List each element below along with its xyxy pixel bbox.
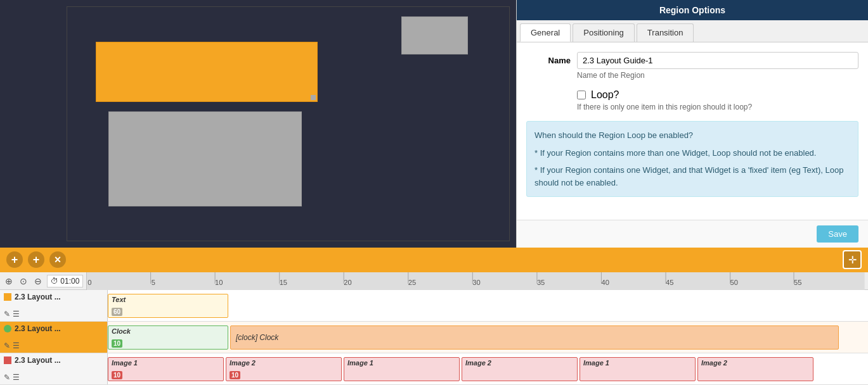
canvas-inner (67, 6, 510, 241)
info-line2: * If your Region contains one Widget, an… (534, 164, 850, 189)
tl-item-label-clock: Clock (112, 327, 131, 335)
loop-label-spacer (526, 89, 577, 93)
list-icon-2[interactable]: ☰ (13, 341, 20, 350)
row-label-1: 2.3 Layout ... ✎ ☰ (0, 290, 108, 321)
row-label-icons-1: ✎ ☰ (4, 310, 103, 319)
svg-text:50: 50 (730, 279, 739, 286)
timeline-header: ⊕ ⊙ ⊖ ⏱ 01:00 0 5 10 15 20 (0, 272, 868, 290)
svg-text:25: 25 (408, 279, 417, 286)
list-item[interactable]: Image 2 (697, 357, 813, 381)
move-button[interactable]: ✛ (843, 250, 862, 269)
list-item[interactable]: Image 1 (580, 357, 696, 381)
tl-img5-label: Image 1 (583, 359, 609, 367)
svg-text:20: 20 (344, 279, 353, 286)
svg-text:15: 15 (280, 279, 288, 286)
region-options-panel: Region Options General Positioning Trans… (516, 0, 868, 248)
tl-img4-label: Image 2 (465, 359, 491, 367)
row-label-2: 2.3 Layout ... ✎ ☰ (0, 322, 108, 353)
svg-text:55: 55 (794, 279, 802, 286)
zoom-in-button[interactable]: ⊕ (3, 276, 15, 286)
loop-info-box: When should the Region Loop be enabled? … (526, 121, 858, 197)
list-icon-3[interactable]: ☰ (13, 373, 20, 382)
row-label-icons-3: ✎ ☰ (4, 373, 103, 382)
timeline-section: ⊕ ⊙ ⊖ ⏱ 01:00 0 5 10 15 20 (0, 272, 868, 385)
timeline-rows: 2.3 Layout ... ✎ ☰ Text 60 (0, 290, 868, 385)
tab-general[interactable]: General (520, 23, 571, 42)
svg-text:30: 30 (473, 279, 481, 286)
tl-item-label: Text (112, 296, 126, 303)
orange-region[interactable] (96, 42, 318, 102)
list-item[interactable]: Image 2 (462, 357, 578, 381)
tl-img1-label: Image 1 (112, 359, 138, 367)
panel-footer: Save (517, 220, 868, 248)
zoom-reset-button[interactable]: ⊙ (18, 276, 29, 286)
ruler: 0 5 10 15 20 25 30 35 40 (86, 272, 865, 290)
row-label-text-3: 2.3 Layout ... (15, 356, 61, 365)
edit-icon-3[interactable]: ✎ (4, 373, 10, 382)
bottom-toolbar: + + × ✛ (0, 248, 868, 272)
svg-text:10: 10 (215, 279, 223, 286)
svg-text:5: 5 (152, 279, 155, 286)
list-item[interactable]: Text 60 (108, 294, 228, 318)
list-item[interactable]: Clock 10 (108, 325, 228, 350)
table-row: 2.3 Layout ... ✎ ☰ Text 60 (0, 290, 868, 322)
top-section: Region Options General Positioning Trans… (0, 0, 868, 248)
info-heading: When should the Region Loop be enabled? (534, 129, 850, 142)
name-control-wrap: Name of the Region (577, 52, 858, 80)
panel-title: Region Options (517, 0, 868, 20)
svg-text:35: 35 (537, 279, 545, 286)
app-container: Region Options General Positioning Trans… (0, 0, 868, 385)
loop-control-wrap: Loop? If there is only one item in this … (577, 89, 858, 111)
loop-checkbox-group: Loop? (577, 89, 858, 101)
list-item[interactable]: Image 1 10 (108, 357, 224, 381)
tl-img6-label: Image 2 (701, 359, 727, 367)
name-input[interactable] (577, 52, 858, 69)
name-form-group: Name Name of the Region (526, 52, 858, 80)
row-label-text-2: 2.3 Layout ... (15, 324, 61, 333)
gray-region-bottom[interactable] (108, 111, 302, 206)
loop-form-group: Loop? If there is only one item in this … (526, 89, 858, 111)
tl-item-badge: 60 (112, 308, 122, 316)
resize-handle[interactable] (311, 95, 316, 100)
save-button[interactable]: Save (817, 225, 858, 243)
tl-item-badge-clock: 10 (112, 339, 122, 348)
loop-checkbox[interactable] (577, 91, 586, 99)
svg-text:40: 40 (602, 279, 610, 286)
tab-transition[interactable]: Transition (637, 23, 694, 42)
edit-icon-2[interactable]: ✎ (4, 341, 10, 350)
tl-img2-label: Image 2 (230, 359, 256, 367)
table-row: 2.3 Layout ... ✎ ☰ Image 1 10 Image 2 10 (0, 353, 868, 385)
add-item-button[interactable]: + (28, 251, 44, 268)
panel-tabs: General Positioning Transition (517, 20, 868, 42)
add-region-button[interactable]: + (6, 251, 23, 268)
tl-img2-badge: 10 (230, 371, 240, 379)
loop-label: Loop? (591, 89, 619, 101)
list-item[interactable]: Image 2 10 (226, 357, 342, 381)
row-label-3: 2.3 Layout ... ✎ ☰ (0, 353, 108, 384)
row-label-icons-2: ✎ ☰ (4, 341, 103, 350)
name-help-text: Name of the Region (577, 71, 858, 80)
tl-img3-label: Image 1 (347, 359, 373, 367)
panel-body: Name Name of the Region Loop? If ther (517, 42, 868, 220)
name-label: Name (526, 52, 577, 65)
zoom-out-button[interactable]: ⊖ (32, 276, 44, 286)
edit-icon-1[interactable]: ✎ (4, 310, 10, 319)
delete-button[interactable]: × (49, 251, 66, 268)
list-item[interactable]: Image 1 (344, 357, 460, 381)
list-icon-1[interactable]: ☰ (13, 310, 20, 319)
table-row: 2.3 Layout ... ✎ ☰ Clock 10 [clock] Cloc… (0, 322, 868, 353)
row-content-2: Clock 10 [clock] Clock (108, 322, 868, 353)
gray-region-top[interactable] (401, 16, 468, 54)
row-content-3: Image 1 10 Image 2 10 Image 1 Image 2 Im (108, 353, 868, 384)
svg-text:0: 0 (88, 279, 92, 286)
row-label-text-1: 2.3 Layout ... (15, 293, 61, 301)
loop-help-text: If there is only one item in this region… (577, 103, 858, 111)
info-line1: * If your Region contains more than one … (534, 147, 850, 160)
list-item[interactable]: [clock] Clock (230, 325, 839, 350)
svg-text:45: 45 (666, 279, 674, 286)
time-display: ⏱ 01:00 (47, 275, 83, 287)
tab-positioning[interactable]: Positioning (573, 23, 635, 42)
row-content-1: Text 60 (108, 290, 868, 321)
tl-img1-badge: 10 (112, 371, 122, 379)
canvas-area (0, 0, 516, 248)
